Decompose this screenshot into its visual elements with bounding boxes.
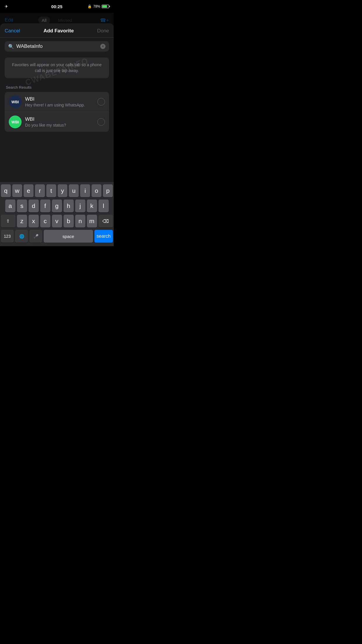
shift-key[interactable]: ⇧	[1, 215, 15, 228]
space-key[interactable]: space	[44, 230, 93, 243]
key-c[interactable]: c	[40, 215, 50, 228]
key-d[interactable]: d	[29, 200, 39, 212]
keyboard: q w e r t y u i o p a s d f g h j k l ⇧ …	[0, 182, 114, 246]
keyboard-row-4: 123 🌐 🎤 space search	[1, 230, 113, 243]
battery-percentage: 78%	[93, 4, 100, 8]
key-q[interactable]: q	[1, 184, 11, 197]
result-select-radio[interactable]	[97, 98, 105, 106]
key-v[interactable]: v	[52, 215, 62, 228]
numbers-key[interactable]: 123	[1, 230, 14, 243]
globe-key[interactable]: 🌐	[15, 230, 28, 243]
key-b[interactable]: b	[64, 215, 74, 228]
results-list: WBI WBI Hey there! I am using WhatsApp. …	[5, 92, 109, 132]
cancel-button[interactable]: Cancel	[5, 28, 20, 34]
avatar: WBI	[9, 95, 22, 108]
key-p[interactable]: p	[103, 184, 113, 197]
key-m[interactable]: m	[87, 215, 97, 228]
key-j[interactable]: j	[75, 200, 85, 212]
search-bar[interactable]: 🔍 ×	[5, 41, 109, 52]
info-text: Favorites will appear on your calls tab …	[9, 62, 104, 74]
keyboard-row-1: q w e r t y u i o p	[1, 184, 113, 197]
key-k[interactable]: k	[87, 200, 97, 212]
key-f[interactable]: f	[40, 200, 50, 212]
key-e[interactable]: e	[24, 184, 34, 197]
result-status: Do you like my status?	[25, 123, 94, 127]
search-clear-button[interactable]: ×	[100, 44, 106, 49]
key-u[interactable]: u	[69, 184, 79, 197]
airplane-icon: ✈	[5, 4, 8, 9]
result-info: WBI Hey there! I am using WhatsApp.	[25, 96, 94, 107]
avatar: WBI	[9, 116, 22, 128]
search-input[interactable]	[16, 43, 98, 49]
key-s[interactable]: s	[17, 200, 27, 212]
status-time: 00:25	[51, 4, 62, 9]
mic-key[interactable]: 🎤	[29, 230, 42, 243]
result-name: WBI	[25, 116, 94, 122]
result-item[interactable]: WBI WBI Hey there! I am using WhatsApp.	[5, 92, 109, 112]
lock-icon: 🔒	[87, 4, 92, 8]
key-l[interactable]: l	[99, 200, 109, 212]
keyboard-row-3: ⇧ z x c v b n m ⌫	[1, 215, 113, 228]
status-right: 🔒 78%	[87, 4, 109, 8]
battery-icon	[102, 5, 109, 8]
key-y[interactable]: y	[58, 184, 68, 197]
key-g[interactable]: g	[52, 200, 62, 212]
delete-key[interactable]: ⌫	[99, 215, 113, 228]
results-label: Search Results	[5, 85, 109, 90]
key-n[interactable]: n	[75, 215, 85, 228]
status-bar: ✈ 00:25 🔒 78%	[0, 0, 114, 13]
key-x[interactable]: x	[29, 215, 39, 228]
key-z[interactable]: z	[17, 215, 27, 228]
sheet-title: Add Favorite	[43, 28, 74, 34]
result-select-radio[interactable]	[97, 118, 105, 126]
search-results-section: Search Results WBI WBI Hey there! I am u…	[5, 85, 109, 132]
key-i[interactable]: i	[80, 184, 90, 197]
result-item[interactable]: WBI WBI Do you like my status?	[5, 112, 109, 132]
done-button[interactable]: Done	[97, 28, 109, 34]
search-key[interactable]: search	[94, 230, 113, 243]
key-a[interactable]: a	[5, 200, 15, 212]
key-h[interactable]: h	[64, 200, 74, 212]
search-icon: 🔍	[8, 44, 14, 49]
result-name: WBI	[25, 96, 94, 102]
key-r[interactable]: r	[35, 184, 45, 197]
key-w[interactable]: w	[12, 184, 22, 197]
keyboard-row-2: a s d f g h j k l	[1, 200, 113, 212]
key-t[interactable]: t	[46, 184, 56, 197]
info-box: Favorites will appear on your calls tab …	[5, 57, 109, 78]
sheet-header: Cancel Add Favorite Done	[0, 23, 114, 38]
result-status: Hey there! I am using WhatsApp.	[25, 103, 94, 107]
search-container: 🔍 ×	[0, 38, 114, 55]
key-o[interactable]: o	[92, 184, 101, 197]
result-info: WBI Do you like my status?	[25, 116, 94, 127]
